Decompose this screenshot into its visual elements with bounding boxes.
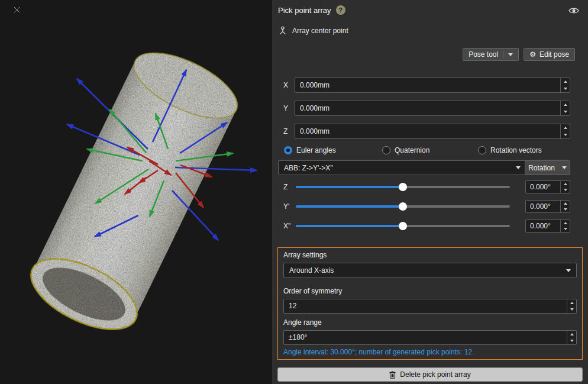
x-double-prime-rotation-value-input[interactable]: 0.000°	[525, 220, 570, 233]
spinner-up-button[interactable]	[561, 201, 570, 206]
z-rotation-value: 0.000°	[526, 181, 560, 193]
triangle-up-icon	[564, 80, 567, 83]
spinner-up-button[interactable]	[561, 181, 570, 187]
triangle-down-icon	[570, 308, 574, 311]
z-spinner	[560, 124, 570, 138]
value-spinner	[560, 181, 570, 193]
axis-label-x: X	[283, 81, 288, 89]
radio-rotation-vectors[interactable]: Rotation vectors	[478, 146, 542, 154]
rotation-button[interactable]: Rotation	[525, 160, 570, 175]
slider-fill	[296, 205, 403, 208]
pose-tool-label: Pose tool	[469, 50, 498, 59]
angle-range-value: ±180°	[284, 331, 567, 344]
order-of-symmetry-input[interactable]: 12	[283, 299, 577, 314]
slider-handle[interactable]	[399, 183, 407, 191]
triangle-down-icon	[564, 88, 567, 90]
edit-pose-label: Edit pose	[539, 50, 569, 59]
viewport-3d[interactable]	[0, 0, 272, 384]
slider-row-z: Z 0.000°	[272, 180, 588, 193]
triangle-up-icon	[570, 302, 574, 304]
angle-spinner	[567, 331, 576, 344]
triangle-up-icon	[564, 127, 567, 129]
slider-handle[interactable]	[399, 202, 407, 211]
y-value: 0.000mm	[295, 101, 560, 115]
z-value-input[interactable]: 0.000mm	[295, 124, 570, 139]
coordinate-row-y: Y 0.000mm	[272, 101, 588, 116]
edit-pose-button[interactable]: ⚙ Edit pose	[524, 48, 575, 61]
value-spinner	[560, 201, 570, 212]
order-of-symmetry-label: Order of symmetry	[283, 287, 342, 295]
slider-label-y-prime: Y'	[283, 202, 289, 211]
angle-range-input[interactable]: ±180°	[283, 330, 577, 345]
y-prime-rotation-slider[interactable]	[296, 205, 510, 208]
pose-tool-button[interactable]: Pose tool	[463, 48, 519, 61]
slider-row-x-double-prime: X'' 0.000°	[272, 220, 588, 233]
pick-point-array-panel: Pick point array ? Array center point Po…	[272, 0, 588, 384]
z-rotation-value-input[interactable]: 0.000°	[525, 180, 570, 193]
triangle-up-icon	[564, 183, 567, 185]
chevron-down-icon	[516, 166, 521, 169]
spinner-up-button[interactable]	[561, 220, 570, 226]
radio-icon	[284, 146, 292, 154]
array-axis-dropdown[interactable]: Around X-axis	[283, 263, 577, 278]
order-spinner	[567, 299, 576, 313]
page-title: Pick point array	[278, 6, 331, 15]
x-value-input[interactable]: 0.000mm	[295, 78, 570, 93]
z-value: 0.000mm	[295, 124, 560, 138]
z-rotation-slider[interactable]	[296, 186, 510, 188]
y-spinner	[560, 101, 570, 115]
spinner-down-button[interactable]	[561, 187, 570, 193]
triangle-up-icon	[564, 222, 567, 224]
rotation-button-label: Rotation	[528, 164, 555, 172]
x-double-prime-rotation-slider[interactable]	[296, 225, 510, 227]
spinner-down-button[interactable]	[561, 131, 570, 138]
chevron-down-icon	[508, 53, 513, 56]
axis-label-y: Y	[283, 104, 288, 112]
radio-quaternion[interactable]: Quaternion	[382, 146, 429, 154]
coordinate-row-x: X 0.000mm	[272, 78, 588, 93]
y-prime-rotation-value-input[interactable]: 0.000°	[525, 200, 570, 213]
spinner-up-button[interactable]	[561, 101, 570, 108]
slider-fill	[296, 186, 403, 188]
delete-pick-point-array-button[interactable]: Delete pick point array	[277, 367, 583, 382]
x-value: 0.000mm	[295, 78, 560, 92]
y-value-input[interactable]: 0.000mm	[295, 101, 570, 116]
slider-label-x-double-prime: X''	[283, 222, 291, 230]
euler-convention-dropdown[interactable]: ABB: Z->Y'->X''	[278, 160, 526, 175]
trash-icon	[389, 371, 396, 379]
triangle-up-icon	[570, 333, 574, 335]
gear-icon: ⚙	[529, 51, 536, 58]
triangle-down-icon	[564, 228, 567, 230]
angle-interval-info: Angle interval: 30.000°; number of gener…	[283, 348, 474, 356]
spinner-up-button[interactable]	[561, 124, 570, 131]
pose-toolbar: Pose tool ⚙ Edit pose	[463, 48, 575, 61]
radio-label: Quaternion	[395, 146, 429, 154]
spinner-down-button[interactable]	[561, 108, 570, 115]
triangle-up-icon	[564, 104, 567, 106]
spinner-down-button[interactable]	[567, 338, 576, 345]
help-icon[interactable]: ?	[336, 5, 345, 15]
y-prime-rotation-value: 0.000°	[526, 201, 560, 212]
spinner-up-button[interactable]	[567, 331, 576, 338]
spinner-down-button[interactable]	[561, 206, 570, 212]
spinner-down-button[interactable]	[561, 85, 570, 92]
visibility-toggle-button[interactable]	[568, 6, 580, 15]
triangle-down-icon	[564, 208, 567, 211]
slider-handle[interactable]	[399, 222, 407, 230]
order-of-symmetry-value: 12	[284, 299, 567, 313]
spinner-up-button[interactable]	[561, 78, 570, 85]
array-axis-value: Around X-axis	[289, 266, 334, 275]
spinner-down-button[interactable]	[561, 226, 570, 232]
coordinate-row-z: Z 0.000mm	[272, 124, 588, 139]
angle-range-label: Angle range	[283, 318, 322, 327]
array-center-point-icon	[278, 26, 287, 36]
spinner-up-button[interactable]	[567, 299, 576, 306]
radio-euler-angles[interactable]: Euler angles	[284, 146, 336, 154]
triangle-down-icon	[570, 340, 574, 342]
array-settings-group: Array settings Around X-axis Order of sy…	[277, 247, 583, 360]
radio-icon	[382, 146, 390, 154]
spinner-down-button[interactable]	[567, 306, 576, 314]
chevron-down-icon	[566, 269, 571, 272]
slider-fill	[296, 225, 403, 227]
section-label: Array center point	[292, 27, 348, 35]
